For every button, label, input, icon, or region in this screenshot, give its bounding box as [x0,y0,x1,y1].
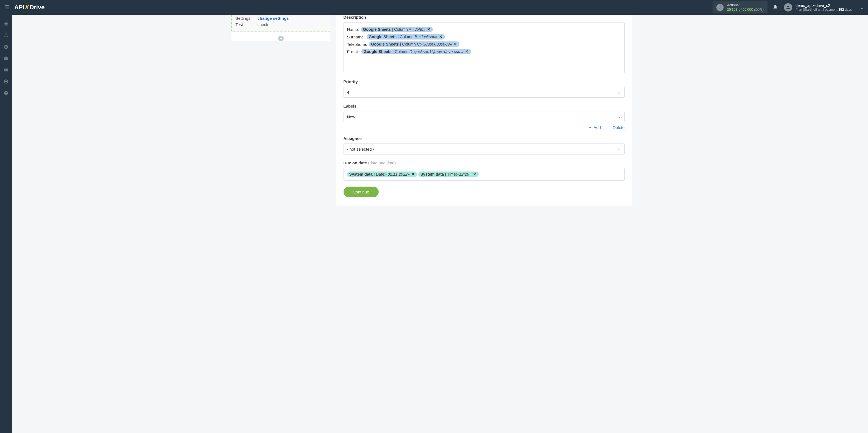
plus-icon: ＋ [588,125,592,130]
nav-briefcase-icon[interactable] [0,53,12,64]
remove-tag-icon[interactable]: ✕ [454,42,457,46]
nav-home-icon[interactable] [0,18,12,30]
settings-row-label: Test [236,22,257,27]
plan-info: Plan |Start| left until payment 352 days [796,8,852,11]
chevron-down-icon: ⌄ [618,146,621,152]
nav-help-icon[interactable] [0,87,12,99]
field-prefix: Telephone: [347,42,367,47]
settings-row: Settingschange settings [236,15,326,22]
priority-select[interactable]: 4 ⌄ [343,87,625,98]
chevron-down-icon: ⌄ [860,5,864,10]
labels-value: New [347,114,355,119]
description-line: Surname:Google Sheets|Column B: «Jackson… [347,33,621,40]
remove-tag-icon[interactable]: ✕ [465,49,469,54]
priority-label: Priority [343,79,625,84]
logo[interactable]: API X Drive [14,4,44,11]
description-line: Telephone:Google Sheets|Column C: «38000… [347,41,621,47]
logo-text-x: X [25,4,29,11]
settings-row-value: check [257,22,268,27]
actions-label: Actions: [727,3,764,7]
variable-tag[interactable]: System data|Date: «02.11.2022»✕ [347,171,417,177]
variable-tag[interactable]: Google Sheets|Column A: «John»✕ [361,27,433,32]
variable-tag[interactable]: Google Sheets|Column B: «Jackson»✕ [367,34,445,39]
settings-row-label: Settings [236,16,257,21]
actions-total: 50'000 [743,7,753,11]
add-step-button[interactable]: + [278,36,284,41]
description-line: Name:Google Sheets|Column A: «John»✕ [347,26,621,33]
step-settings-box: Settingschange settingsTestcheck [231,15,330,32]
remove-tag-icon[interactable]: ✕ [473,172,476,176]
delete-button[interactable]: —Delete [608,125,624,130]
app-header: ☰ API X Drive i Actions: 25'163 of 50'00… [0,0,868,15]
minus-icon: — [608,125,612,130]
chevron-down-icon: ⌄ [618,114,621,119]
variable-tag[interactable]: Google Sheets|Column C: «380000000000»✕ [369,41,459,47]
sidebar [0,15,12,211]
logo-text-post: Drive [29,4,44,11]
actions-pct: (50%) [754,7,764,11]
priority-value: 4 [347,90,349,95]
nav-billing-icon[interactable] [0,41,12,53]
labels-select[interactable]: New ⌄ [343,111,625,122]
due-date-field[interactable]: System data|Date: «02.11.2022»✕System da… [343,168,625,180]
field-prefix: Name: [347,27,359,32]
change-settings-link[interactable]: change settings [257,16,289,21]
nav-sitemap-icon[interactable] [0,30,12,41]
avatar-icon [784,3,792,11]
continue-button[interactable]: Continue [343,187,379,197]
labels-label: Labels [343,104,625,108]
field-prefix: E-mail: [347,49,360,54]
bell-icon[interactable] [772,4,778,11]
nav-youtube-icon[interactable] [0,64,12,76]
user-name: demo_apix-drive_s2 [796,3,852,8]
description-line: E-mail:Google Sheets|Column D: «jackson1… [347,48,621,55]
user-menu[interactable]: demo_apix-drive_s2 Plan |Start| left unt… [784,3,864,11]
info-icon: i [716,4,723,11]
hamburger-icon[interactable]: ☰ [4,4,10,11]
remove-tag-icon[interactable]: ✕ [411,172,415,176]
settings-row: Testcheck [236,22,326,28]
variable-tag[interactable]: Google Sheets|Column D: «jackson1@apix-d… [361,49,471,54]
description-field[interactable]: Name:Google Sheets|Column A: «John»✕Surn… [343,22,625,73]
assignee-label: Assignee [343,136,625,141]
variable-tag[interactable]: System data|Time: «12:26»✕ [418,171,478,177]
assignee-value: - not selected - [347,147,374,152]
add-button[interactable]: ＋Add [588,125,601,130]
remove-tag-icon[interactable]: ✕ [427,27,431,32]
logo-text-pre: API [14,4,25,11]
field-prefix: Surname: [347,35,365,39]
chevron-down-icon: ⌄ [618,90,621,95]
nav-account-icon[interactable] [0,76,12,87]
actions-counter[interactable]: i Actions: 25'163 of 50'000 (50%) [713,1,768,13]
actions-used: 25'163 [727,7,738,11]
assignee-select[interactable]: - not selected - ⌄ [343,143,625,155]
description-label: Description [343,15,625,20]
due-label: Due on date (date and time) [343,161,625,165]
remove-tag-icon[interactable]: ✕ [439,35,443,39]
